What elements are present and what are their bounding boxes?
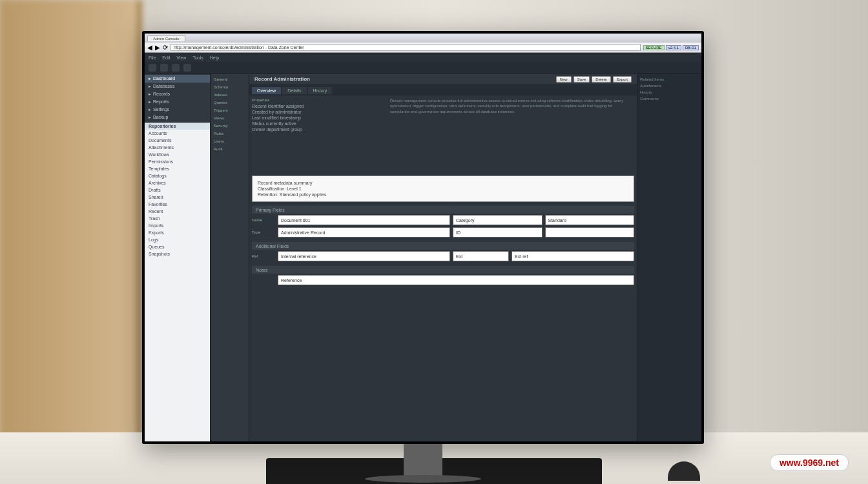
browser-addressbar: ◀ ▶ ⟳ SECURE v2.4.1 DB-01 [145,43,701,53]
sp-item[interactable]: General [212,76,247,83]
back-icon[interactable]: ◀ [147,44,152,51]
form-additional: Additional Fields Ref Internal reference… [249,241,637,265]
field-input[interactable]: Category [453,215,542,225]
reload-icon[interactable]: ⟳ [163,44,168,51]
address-chips: SECURE v2.4.1 DB-01 [643,45,699,50]
menu-edit[interactable]: Edit [162,55,170,60]
nav-reports[interactable]: ▸Reports [145,98,210,106]
browser-tab[interactable]: Admin Console [147,35,185,41]
field-input[interactable]: Standard [545,215,635,225]
monitor-base [365,475,481,483]
prop-line: Created by administrator [252,109,382,115]
rp-item[interactable]: Related Items [640,76,699,83]
list-item[interactable]: Documents [145,137,210,144]
field-label: Type [252,227,275,237]
form-row: Ref Internal reference Ext Ext ref [252,251,634,261]
export-button[interactable]: Export [613,76,632,83]
summary-panel: Record metadata summary Classification: … [252,176,634,202]
list-item[interactable]: Recent [145,208,210,215]
sp-item[interactable]: Queries [212,99,247,106]
app-toolbar [145,62,701,74]
sp-item[interactable]: Triggers [212,107,247,114]
field-label: Ref [252,251,275,261]
monitor-frame: Admin Console ◀ ▶ ⟳ SECURE v2.4.1 DB-01 … [142,31,704,444]
list-item[interactable]: Queues [145,243,210,250]
content-top: Properties Record identifier assigned Cr… [249,96,637,173]
list-item[interactable]: Drafts [145,187,210,194]
description-text: Record management console provides full … [390,98,632,114]
field-input[interactable]: Ext ref [512,251,634,261]
main-header: Record Administration New Save Delete Ex… [249,74,637,85]
field-input[interactable]: Reference [278,275,634,285]
list-item[interactable]: Favorites [145,201,210,208]
sp-item[interactable]: Audit [212,146,247,152]
tab-details[interactable]: Details [282,87,306,94]
list-item[interactable]: Logs [145,236,210,243]
list-item[interactable]: Archives [145,179,210,187]
form-row: Reference [252,275,634,285]
list-item[interactable]: Permissions [145,158,210,165]
main-tabs: Overview Details History [249,85,637,96]
list-item[interactable]: Shared [145,194,210,201]
prop-line: Status currently active [252,121,382,126]
new-button[interactable]: New [556,76,572,83]
nav-backup[interactable]: ▸Backup [145,114,210,121]
save-button[interactable]: Save [574,76,590,83]
list-item[interactable]: Trash [145,215,210,222]
forward-icon[interactable]: ▶ [155,44,160,51]
list-item[interactable]: Attachments [145,144,210,151]
nav-databases[interactable]: ▸Databases [145,83,210,90]
right-panel: Related Items Attachments History Commen… [637,74,701,441]
list-item[interactable]: Workflows [145,151,210,158]
save-icon[interactable] [160,64,168,72]
watermark: www.9969.net [770,454,849,471]
url-input[interactable] [170,44,641,51]
field-input[interactable]: Ext [453,251,509,261]
nav-settings[interactable]: ▸Settings [145,106,210,114]
sp-item[interactable]: Roles [212,130,247,137]
form-row: Name Document 001 Category Standard [252,215,634,225]
sp-item[interactable]: Users [212,138,247,145]
print-icon[interactable] [172,64,180,72]
list-item[interactable]: Imports [145,222,210,229]
list-item[interactable]: Catalogs [145,172,210,179]
sp-item[interactable]: Schema [212,84,247,90]
rp-item[interactable]: History [640,89,699,96]
list-item[interactable]: Templates [145,165,210,172]
field-input[interactable]: Administrative Record [278,227,450,237]
monitor-stand [404,444,442,476]
nav-records[interactable]: ▸Records [145,90,210,98]
field-input[interactable] [545,227,635,237]
field-input[interactable]: Document 001 [278,215,450,225]
menu-tools[interactable]: Tools [192,55,203,60]
sp-item[interactable]: Indexes [212,92,247,98]
sp-item[interactable]: Views [212,115,247,121]
menu-view[interactable]: View [176,55,186,60]
list-item[interactable]: Snapshots [145,250,210,257]
form-row: Type Administrative Record ID [252,227,634,237]
menu-file[interactable]: File [149,55,156,60]
search-icon[interactable] [183,64,191,72]
screen: Admin Console ◀ ▶ ⟳ SECURE v2.4.1 DB-01 … [145,34,701,441]
menu-help[interactable]: Help [210,55,219,60]
nav-list[interactable]: Accounts Documents Attachments Workflows… [145,130,210,441]
field-input[interactable]: ID [453,227,542,237]
list-item[interactable]: Accounts [145,130,210,137]
field-label [252,275,275,285]
sp-item[interactable]: Security [212,123,247,129]
nav-dashboard[interactable]: ▸Dashboard [145,75,210,83]
field-label: Name [252,215,275,225]
tab-overview[interactable]: Overview [252,87,281,94]
prop-line: Owner department group [252,126,382,132]
list-item[interactable]: Exports [145,229,210,236]
tab-history[interactable]: History [308,87,333,94]
prop-line: Record identifier assigned [252,103,382,109]
summary-line: Retention: Standard policy applies [258,192,628,197]
delete-button[interactable]: Delete [592,76,610,83]
home-icon[interactable] [149,64,156,72]
summary-line: Record metadata summary [258,180,628,186]
browser-titlebar: Admin Console [145,34,701,43]
rp-item[interactable]: Comments [640,96,699,102]
field-input[interactable]: Internal reference [278,251,450,261]
rp-item[interactable]: Attachments [640,83,699,89]
